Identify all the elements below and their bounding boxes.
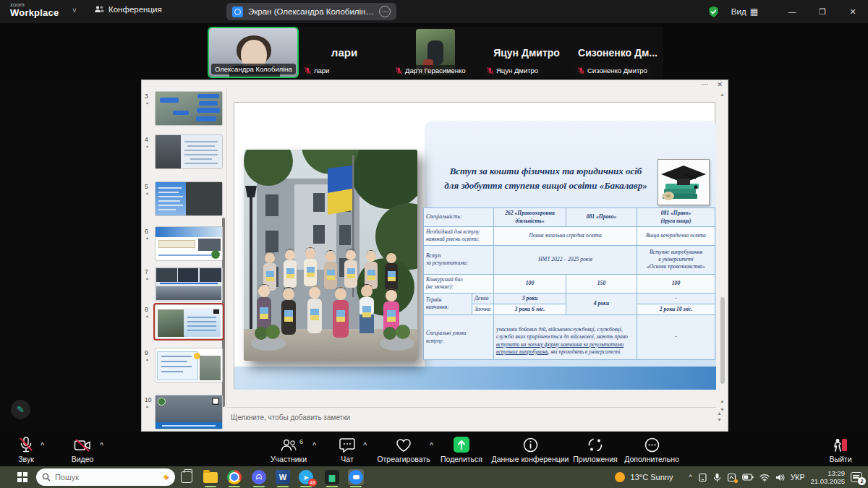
- share-screen-button[interactable]: Поделиться: [440, 437, 483, 463]
- participant-name-badge: лари: [301, 65, 333, 76]
- participants-caret[interactable]: ^: [312, 441, 316, 448]
- animation-star-icon: ✶: [145, 144, 149, 149]
- tab-shared-screen[interactable]: Экран (Олександра Колобилін… ⋯: [226, 3, 396, 20]
- audio-button[interactable]: Звук ^: [9, 437, 43, 463]
- windows-taskbar: ✦ ᗣ W ➤48 ▆ 13°C Sunny ^: [0, 466, 868, 488]
- taskbar-search[interactable]: ✦: [36, 468, 175, 486]
- clock[interactable]: 13:29 21.03.2025: [810, 469, 845, 485]
- device-icon[interactable]: [698, 473, 707, 482]
- participant-name-badge: Сизоненко Дмитро: [574, 65, 651, 76]
- tab-conference-label: Конференция: [109, 5, 162, 14]
- participants-icon: [280, 438, 297, 453]
- wifi-icon[interactable]: [760, 474, 770, 481]
- security-shield-icon[interactable]: [707, 6, 720, 18]
- audio-options-caret[interactable]: ^: [41, 441, 44, 448]
- zoom-meeting-window: zoom Workplace ˅ Конференция Экран (Олек…: [0, 0, 868, 488]
- weather-text[interactable]: 13°C Sunny: [631, 473, 673, 481]
- apps-icon: [587, 437, 603, 453]
- ribbon-more-icon[interactable]: ⋯: [702, 80, 709, 88]
- video-tile-speaker[interactable]: Олександра Колобиліна: [208, 27, 299, 78]
- start-button[interactable]: [17, 472, 27, 482]
- participants-button[interactable]: Участники 6 ^: [266, 437, 311, 463]
- language-indicator[interactable]: УКР: [791, 473, 805, 481]
- meeting-info-button[interactable]: Данные конференции: [490, 437, 570, 463]
- table-cell: 3 роки 6 міс.: [494, 304, 566, 314]
- mic-muted-icon: [578, 67, 584, 74]
- table-cell: -: [637, 315, 715, 360]
- table-cell: Спеціальність:: [424, 208, 494, 227]
- zoom-app-icon[interactable]: [348, 469, 364, 485]
- tray-app-icon[interactable]: [727, 473, 736, 482]
- participant-name-badge: Дар'я Герасименко: [392, 65, 469, 76]
- notes-placeholder[interactable]: Щелкните, чтобы добавить заметки: [231, 414, 350, 421]
- word-icon[interactable]: W: [275, 469, 291, 485]
- media-app-icon[interactable]: ▆: [324, 469, 340, 485]
- view-button[interactable]: Вид ▦: [731, 7, 758, 17]
- pencil-icon: ✎: [17, 404, 25, 415]
- video-button[interactable]: Видео ^: [64, 437, 101, 463]
- participants-count: 6: [299, 438, 303, 445]
- notes-scroll-icons[interactable]: ▲▼: [717, 410, 722, 423]
- video-tile[interactable]: Сизоненко Дм... Сизоненко Дмитро: [572, 27, 663, 78]
- chat-button[interactable]: Чат ^: [334, 437, 360, 463]
- video-tile[interactable]: Дар'я Герасименко: [390, 27, 481, 78]
- search-input[interactable]: [55, 473, 158, 481]
- slide-canvas: Вступ за кошти фізичних та юридичних осі…: [234, 102, 715, 389]
- ppt-close-icon[interactable]: ✕: [717, 81, 723, 88]
- video-options-caret[interactable]: ^: [100, 441, 103, 448]
- restore-button[interactable]: ❐: [807, 0, 838, 23]
- table-cell: Вступ за результатами:: [424, 245, 494, 274]
- tray-mic-icon[interactable]: [713, 473, 721, 482]
- grid-view-icon: ▦: [750, 7, 758, 17]
- previous-slide-icon[interactable]: ▲: [720, 398, 725, 403]
- animation-star-icon: ✶: [145, 404, 149, 409]
- react-button[interactable]: Отреагировать ^: [376, 437, 431, 463]
- main-scrollbar[interactable]: [720, 297, 725, 384]
- video-tile[interactable]: лари лари: [299, 27, 390, 78]
- table-cell: Вступне випробування в університеті «Осн…: [637, 245, 715, 274]
- volume-icon[interactable]: [775, 474, 785, 481]
- apps-button[interactable]: Приложения: [571, 437, 619, 463]
- notification-center-icon[interactable]: 2: [851, 472, 862, 482]
- time: 13:29: [827, 469, 845, 477]
- copilot-sparkle-icon[interactable]: ✦: [162, 472, 169, 482]
- telegram-icon[interactable]: ➤48: [298, 469, 314, 485]
- more-options-icon[interactable]: ⋯: [379, 6, 391, 17]
- mic-muted-icon: [19, 437, 33, 453]
- table-cell: Конкурсний бал (не менше):: [424, 274, 494, 293]
- minimize-button[interactable]: —: [777, 0, 807, 23]
- annotate-button[interactable]: ✎: [11, 400, 30, 419]
- table-cell: Повна загальна середня освіта: [494, 227, 637, 246]
- animation-star-icon: ✶: [145, 191, 149, 196]
- scroll-up-icon[interactable]: ▲: [720, 92, 725, 97]
- weather-sun-icon[interactable]: [615, 472, 625, 482]
- leave-button[interactable]: Выйти: [825, 437, 856, 463]
- search-icon: [42, 473, 51, 481]
- mic-muted-icon: [305, 67, 311, 74]
- task-view-button[interactable]: [181, 471, 192, 483]
- table-cell: Термін навчання:: [424, 293, 472, 315]
- battery-icon[interactable]: [742, 474, 754, 481]
- table-cell: 081 «Право» (друга вища): [637, 208, 715, 227]
- table-cell: 4 роки: [566, 293, 637, 315]
- close-button[interactable]: ✕: [838, 0, 868, 23]
- zoom-titlebar: zoom Workplace ˅ Конференция Экран (Олек…: [0, 0, 868, 23]
- chat-caret[interactable]: ^: [363, 441, 367, 448]
- tray-expand-icon[interactable]: ^: [689, 474, 692, 481]
- date: 21.03.2025: [810, 477, 845, 485]
- camera-muted-icon: [74, 438, 91, 453]
- video-tile[interactable]: Яцун Дмитро Яцун Дмитро: [481, 27, 572, 78]
- react-caret[interactable]: ^: [430, 441, 433, 448]
- slide-title: Вступ за кошти фізичних та юридичних осі…: [435, 164, 656, 193]
- table-cell: НМТ 2022 – 2025 років: [494, 245, 637, 274]
- discord-icon[interactable]: ᗣ: [251, 469, 267, 485]
- table-cell: 100: [637, 274, 715, 293]
- powerpoint-window: ⋯ ✕ 3 ✶ 4 ✶ 5 ✶ 6 ✶ 7 ✶: [141, 80, 728, 432]
- chrome-icon[interactable]: [226, 469, 242, 485]
- chevron-down-icon[interactable]: ˅: [72, 7, 77, 14]
- more-button[interactable]: Дополнительно: [621, 437, 683, 463]
- animation-star-icon: ✶: [145, 314, 149, 319]
- admission-table: Спеціальність: 262 «Правоохоронна діяльн…: [423, 207, 715, 360]
- file-explorer-icon[interactable]: [203, 469, 218, 485]
- tab-conference[interactable]: Конференция: [94, 5, 162, 14]
